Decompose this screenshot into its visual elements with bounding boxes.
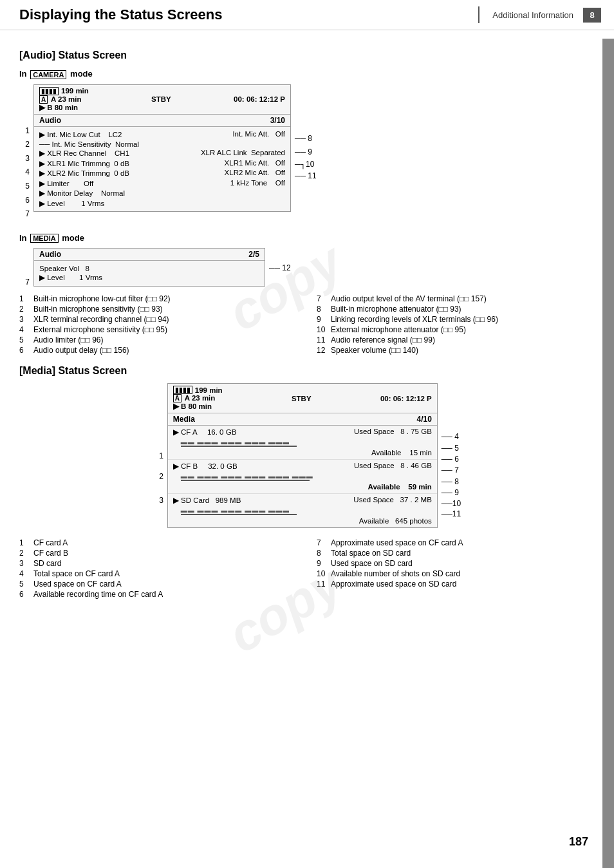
media-anno-7: 7 [25, 278, 30, 287]
anno-8: ── 8 [295, 132, 312, 146]
media-screen-row-2: ▶ Level 1 Vrms [39, 273, 259, 282]
desc-5: 5 Audio limiter (□□ 96) [19, 335, 297, 344]
stby-label: STBY [151, 95, 171, 103]
screen-row-1: ▶ Int. Mic Low Cut LC2 Int. Mic Att. Off [39, 130, 285, 139]
media-mode-label: In MEDIA mode [19, 232, 97, 243]
audio-media-screen-container: 7 Audio 2/5 Speaker Vol 8 ▶ Level 1 Vrms [19, 248, 595, 287]
media-anno-12: ── 12 [269, 263, 291, 272]
media-right-annotations: ── 4 ── 5 ── 6 ── 7 ── 8 ── 9 ──10 ──11 [438, 383, 461, 519]
media-section-heading: [Media] Status Screen [19, 365, 595, 377]
anno-11: ── 11 [295, 169, 317, 184]
anno-9: ── 9 [295, 146, 312, 160]
desc-3: 3 XLR terminal recording channel (□□ 94) [19, 315, 297, 324]
camera-mode-label: In CAMERA mode [19, 68, 97, 79]
screen-row-5: ▶ XLR2 Mic Trimmng 0 dB XLR2 Mic Att. Of… [39, 169, 285, 178]
audio-left-numbers: 1 2 3 4 5 6 7 [19, 84, 33, 222]
media-top-bar: ▮▮▮▮ 199 min A A 23 min ▶ B 80 min STBY … [168, 384, 437, 413]
desc-12: 12 Speaker volume (□□ 140) [317, 346, 595, 355]
anno-3: 3 [25, 152, 30, 166]
media-desc-1: 1 CF card A [19, 538, 297, 547]
screen-row-3: ▶ XLR Rec Channel CH1 XLR ALC Link Separ… [39, 149, 285, 158]
screen-body: ▶ Int. Mic Low Cut LC2 Int. Mic Att. Off… [34, 127, 290, 212]
desc-10: 10 External microphone attenuator (□□ 95… [317, 325, 595, 334]
audio-descriptions: 1 Built-in microphone low-cut filter (□□… [19, 294, 595, 355]
media-mode-block: In MEDIA mode 7 Audio 2/5 Speaker Vol 8 [19, 232, 595, 287]
desc-6: 6 Audio output delay (□□ 156) [19, 346, 297, 355]
battery-row: ▮▮▮▮ 199 min [39, 87, 89, 95]
anno-2: 2 [25, 138, 30, 152]
screen-row-4: ▶ XLR1 Mic Trimmng 0 dB XLR1 Mic Att. Of… [39, 159, 285, 168]
audio-camera-screen-container: 1 2 3 4 5 6 7 ▮▮▮▮ 199 min A [19, 84, 595, 222]
screen-top-bar: ▮▮▮▮ 199 min A A 23 min ▶ B 80 min STBY … [34, 85, 290, 115]
anno-4: 4 [25, 165, 30, 180]
audio-right-numbers: ── 8 ── 9 ─┐10 ── 11 [291, 84, 317, 184]
media-row-cfb: ▶ CF B 32. 0 GB Used Space 8 . 46 GB ▬▬ … [168, 460, 437, 494]
media-desc-9: 9 Used space on SD card [317, 559, 595, 568]
desc-4: 4 External microphone sensitivity (□□ 95… [19, 325, 297, 334]
desc-8: 8 Built-in microphone attenuator (□□ 93) [317, 305, 595, 314]
anno-10: ─┐10 [295, 160, 314, 170]
media-screen-outer: 1 2 3 ▮▮▮▮ 199 min A A 23 min [19, 383, 595, 528]
anno-1: 1 [25, 124, 30, 138]
page-number-badge: 8 [583, 8, 601, 23]
screen-title-row: Audio 3/10 [34, 115, 290, 127]
media-status-screen: ▮▮▮▮ 199 min A A 23 min ▶ B 80 min STBY … [167, 383, 438, 528]
page-header: Displaying the Status Screens Additional… [0, 0, 614, 30]
anno-5: 5 [25, 180, 30, 194]
desc-2: 2 Built-in microphone sensitivity (□□ 93… [19, 305, 297, 314]
media-mode-box: MEDIA [30, 234, 58, 243]
media-screen-row-1: Speaker Vol 8 [39, 265, 259, 272]
screen-row-2: ── Int. Mic Sensitivity Normal [39, 140, 285, 148]
screen-row-7: ▶ Monitor Delay Normal [39, 189, 285, 198]
header-right: Additional Information 8 [478, 6, 601, 23]
media-right-numbers: ── 12 [265, 248, 291, 272]
section-label: Additional Information [492, 10, 573, 20]
media-desc-10: 10 Available number of shots on SD card [317, 569, 595, 578]
media-screen-title-row: Media 4/10 [168, 413, 437, 426]
media-row-cfa: ▶ CF A 16. 0 GB Used Space 8 . 75 GB ▬▬ … [168, 426, 437, 460]
media-desc-2: 2 CF card B [19, 549, 297, 558]
desc-7: 7 Audio output level of the AV terminal … [317, 294, 595, 303]
media-desc-5: 5 Used space on CF card A [19, 580, 297, 589]
media-left-annotations: 1 2 3 [153, 383, 167, 512]
media-descriptions: 1 CF card A 7 Approximate used space on … [19, 538, 595, 599]
anno-6: 6 [25, 194, 30, 208]
sidebar-decoration [602, 39, 614, 868]
media-desc-11: 11 Approximate used space on SD card [317, 580, 595, 589]
screen-row-8: ▶ Level 1 Vrms [39, 199, 285, 208]
camera-mode-block: In CAMERA mode 1 2 3 4 5 6 7 [19, 68, 595, 222]
media-desc-3: 3 SD card [19, 559, 297, 568]
media-screen-title: Audio 2/5 [34, 249, 265, 261]
media-desc-7: 7 Approximate used space on CF card A [317, 538, 595, 547]
page-bottom-number: 187 [569, 835, 588, 849]
desc-9: 9 Linking recording levels of XLR termin… [317, 315, 595, 324]
camera-mode-box: CAMERA [30, 70, 66, 79]
audio-media-screen: Audio 2/5 Speaker Vol 8 ▶ Level 1 Vrms [33, 248, 265, 287]
desc-1: 1 Built-in microphone low-cut filter (□□… [19, 294, 297, 303]
media-row-sd: ▶ SD Card 989 MB Used Space 37 . 2 MB ▬▬… [168, 494, 437, 527]
sub-time-b: ▶ B 80 min [39, 103, 89, 112]
media-desc-6: 6 Available recording time on CF card A [19, 590, 297, 599]
desc-11: 11 Audio reference signal (□□ 99) [317, 335, 595, 344]
media-desc-4: 4 Total space on CF card A [19, 569, 297, 578]
sub-time-a: A A 23 min [39, 95, 89, 103]
main-content: [Audio] Status Screen In CAMERA mode 1 2… [0, 30, 614, 628]
media-left-numbers: 7 [19, 248, 33, 287]
anno-7: 7 [25, 207, 30, 222]
audio-section-heading: [Audio] Status Screen [19, 50, 595, 61]
screen-row-6: ▶ Limiter Off 1 kHz Tone Off [39, 179, 285, 188]
audio-camera-screen: ▮▮▮▮ 199 min A A 23 min ▶ B 80 min STBY … [33, 84, 291, 212]
time-display: 00: 06: 12:12 P [234, 95, 285, 103]
page-title: Displaying the Status Screens [19, 6, 465, 23]
media-desc-8: 8 Total space on SD card [317, 549, 595, 558]
